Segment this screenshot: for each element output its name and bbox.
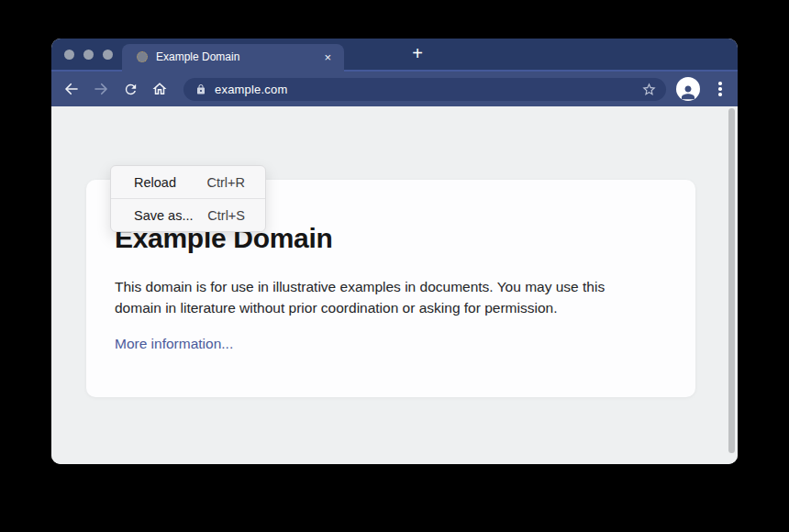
tab-strip: Example Domain × + xyxy=(51,39,738,70)
context-menu-item-reload[interactable]: Reload Ctrl+R xyxy=(111,166,265,198)
back-arrow-icon xyxy=(63,81,80,97)
forward-button[interactable] xyxy=(90,78,112,100)
page-viewport: Example Domain This domain is for use in… xyxy=(51,106,738,464)
browser-menu-button[interactable] xyxy=(717,82,724,96)
profile-icon xyxy=(678,82,698,101)
home-icon xyxy=(151,81,168,97)
home-button[interactable] xyxy=(149,78,171,100)
context-menu-item-save-as[interactable]: Save as... Ctrl+S xyxy=(111,199,265,231)
menu-item-label: Save as... xyxy=(134,208,193,223)
more-information-link[interactable]: More information... xyxy=(115,336,233,352)
menu-item-shortcut: Ctrl+S xyxy=(207,208,245,223)
forward-arrow-icon xyxy=(93,81,109,97)
tab-example-domain[interactable]: Example Domain × xyxy=(122,44,344,72)
menu-item-label: Reload xyxy=(134,175,176,190)
tab-close-icon[interactable]: × xyxy=(322,50,333,65)
new-tab-button[interactable]: + xyxy=(406,42,429,66)
window-controls xyxy=(64,50,113,60)
reload-icon xyxy=(123,82,139,97)
kebab-dot-icon xyxy=(718,87,722,91)
screenshot-root: { "tabstrip": { "tab_title": "Example Do… xyxy=(0,0,789,532)
globe-favicon-icon xyxy=(137,51,148,62)
tab-title: Example Domain xyxy=(156,50,322,63)
lock-icon xyxy=(195,83,206,95)
reload-button[interactable] xyxy=(119,78,141,100)
window-minimize-icon[interactable] xyxy=(83,50,94,60)
menu-item-shortcut: Ctrl+R xyxy=(207,175,246,190)
kebab-dot-icon xyxy=(718,82,722,85)
context-menu: Reload Ctrl+R Save as... Ctrl+S xyxy=(110,165,266,232)
page-paragraph: This domain is for use in illustrative e… xyxy=(115,277,665,318)
browser-toolbar: example.com xyxy=(51,70,738,106)
url-text: example.com xyxy=(215,83,641,96)
vertical-scrollbar[interactable] xyxy=(728,108,735,453)
profile-button[interactable] xyxy=(676,77,700,101)
bookmark-star-icon[interactable] xyxy=(641,82,657,97)
kebab-dot-icon xyxy=(718,93,722,96)
address-bar[interactable]: example.com xyxy=(183,78,666,101)
window-close-icon[interactable] xyxy=(64,50,74,60)
browser-window: Example Domain × + example.com xyxy=(51,39,738,464)
back-button[interactable] xyxy=(61,78,83,100)
window-maximize-icon[interactable] xyxy=(103,50,113,60)
